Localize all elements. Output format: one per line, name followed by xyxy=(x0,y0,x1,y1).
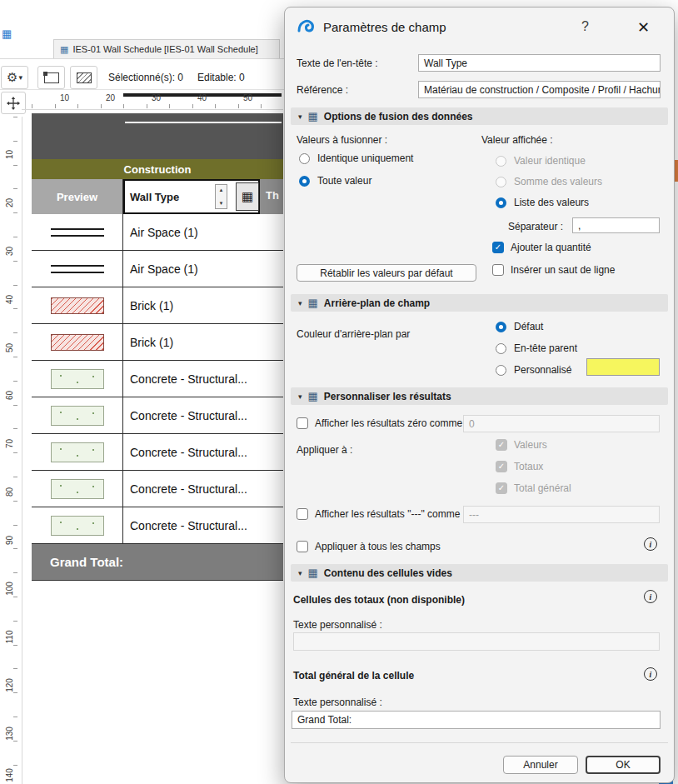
preview-column-header[interactable]: Preview xyxy=(32,179,123,214)
help-button[interactable]: ? xyxy=(581,19,589,34)
grand-total-label: Grand Total: xyxy=(32,555,123,569)
radio-label-parent-header[interactable]: En-tête parent xyxy=(514,342,577,354)
section-field-background[interactable]: ▾ ▦ Arrière-plan de champ xyxy=(291,294,668,312)
separator-input[interactable]: , xyxy=(572,217,660,233)
navigator-grid-icon[interactable]: ▦ xyxy=(2,27,12,40)
checkbox-label-dash-results[interactable]: Afficher les résultats "---" comme : xyxy=(315,508,466,520)
spinner-down-icon[interactable]: ▼ xyxy=(219,201,224,206)
vruler-ticks xyxy=(13,117,17,784)
checkbox-label-apply-all-fields[interactable]: Appliquer à tous les champs xyxy=(315,541,441,552)
collapse-icon[interactable]: ▾ xyxy=(298,392,302,401)
info-glyph: i xyxy=(650,540,652,549)
preview-cell xyxy=(32,507,123,543)
schedule-row[interactable]: Air Space (1) xyxy=(32,214,283,251)
radio-label-list-of-values[interactable]: Liste des valeurs xyxy=(514,197,589,208)
brick-swatch xyxy=(51,297,104,314)
next-column-label: Th xyxy=(266,189,279,202)
pan-tool-button[interactable] xyxy=(1,92,26,114)
construction-group-header[interactable]: Construction xyxy=(32,159,283,179)
preview-header-label: Preview xyxy=(57,191,97,203)
checkbox-insert-line-break[interactable] xyxy=(492,264,504,276)
totals-cells-label: Cellules des totaux (non disponible) xyxy=(293,594,465,606)
section-title: Arrière-plan de champ xyxy=(324,297,430,309)
schedule-row[interactable]: Concrete - Structural... xyxy=(32,507,283,544)
schedule-row[interactable]: Concrete - Structural... xyxy=(32,397,283,434)
radio-label-custom[interactable]: Personnalisé xyxy=(514,364,571,376)
checkbox-label-add-quantity[interactable]: Ajouter la quantité xyxy=(511,242,591,253)
collapse-icon[interactable]: ▾ xyxy=(298,112,302,121)
spinner-up-icon[interactable]: ▲ xyxy=(219,187,224,192)
radio-label-default[interactable]: Défaut xyxy=(514,321,543,332)
radio-label-identical-only[interactable]: Identique uniquement xyxy=(317,152,413,164)
radio-identical-only[interactable] xyxy=(299,153,310,164)
checkbox-dash-results[interactable] xyxy=(297,508,308,520)
checkbox-label-zero-results[interactable]: Afficher les résultats zéro comme : xyxy=(315,417,468,429)
checkbox-label-insert-line-break[interactable]: Insérer un saut de ligne xyxy=(511,264,615,276)
tab-wall-schedule[interactable]: ▦ IES-01 Wall Schedule [IES-01 Wall Sche… xyxy=(53,39,280,58)
tabstrip-divider xyxy=(0,58,284,59)
preview-cell xyxy=(32,434,123,470)
section-customize-results[interactable]: ▾ ▦ Personnaliser les résultats xyxy=(291,387,668,405)
ok-button[interactable]: OK xyxy=(586,756,661,774)
scheme-settings-button[interactable]: ⚙ ▾ xyxy=(1,66,28,89)
schedule-row[interactable]: Air Space (1) xyxy=(32,251,283,287)
schedule-row[interactable]: Concrete - Structural... xyxy=(32,434,283,471)
hruler-num: 20 xyxy=(106,93,115,102)
vruler-num: 50 xyxy=(5,341,14,356)
collapse-icon[interactable]: ▾ xyxy=(298,569,302,577)
checkbox-apply-all-fields[interactable] xyxy=(297,541,308,552)
next-column-header[interactable]: Th xyxy=(260,179,283,214)
concrete-swatch xyxy=(51,442,104,462)
grand-total-text-input[interactable]: Grand Total: xyxy=(292,711,661,729)
radio-default[interactable] xyxy=(496,322,506,332)
wall-type-cell: Concrete - Structural... xyxy=(123,471,283,507)
checkbox-label-apply-grand-total: Total général xyxy=(514,482,571,494)
preview-cell xyxy=(32,287,123,323)
wall-type-cell: Air Space (1) xyxy=(123,251,283,287)
custom-text-input xyxy=(293,632,660,651)
schedule-row[interactable]: Concrete - Structural... xyxy=(32,361,283,397)
field-background-icon: ▦ xyxy=(308,297,318,308)
section-merge-options[interactable]: ▾ ▦ Options de fusion des données xyxy=(291,107,668,125)
checkbox-add-quantity[interactable]: ✓ xyxy=(492,242,504,253)
info-glyph: i xyxy=(650,592,652,602)
select-items-button[interactable] xyxy=(37,66,65,89)
header-text-input[interactable]: Wall Type xyxy=(418,54,661,72)
empty-cells-icon: ▦ xyxy=(308,567,318,578)
checkbox-zero-results[interactable] xyxy=(297,417,308,429)
info-icon[interactable]: i xyxy=(644,537,657,551)
collapse-icon[interactable]: ▾ xyxy=(298,299,302,307)
radio-any-value[interactable] xyxy=(299,176,310,187)
section-empty-cells[interactable]: ▾ ▦ Contenu des cellules vides xyxy=(291,564,668,582)
reset-defaults-button[interactable]: Rétablir les valeurs par défaut xyxy=(297,264,476,282)
marquee-hatch-icon xyxy=(77,72,92,83)
select-criteria-button[interactable] xyxy=(70,66,97,89)
close-button[interactable]: ✕ xyxy=(637,18,650,37)
radio-custom[interactable] xyxy=(496,365,506,376)
displayed-value-label: Valeur affichée : xyxy=(481,134,553,146)
schedule-row[interactable]: Brick (1) xyxy=(32,324,283,361)
background-color-label: Couleur d'arrière-plan par xyxy=(297,328,410,340)
hruler-num: 40 xyxy=(197,93,207,102)
grand-total-row[interactable]: Grand Total: xyxy=(32,544,283,581)
custom-color-swatch[interactable] xyxy=(586,358,660,376)
radio-parent-header[interactable] xyxy=(496,343,506,354)
reference-input[interactable]: Matériau de construction / Composite / P… xyxy=(418,81,661,98)
header-text-value: Wall Type xyxy=(424,57,467,69)
vruler-num: 60 xyxy=(5,388,14,403)
grand-total-text-label: Texte personnalisé : xyxy=(293,697,382,708)
wall-type-header-label: Wall Type xyxy=(125,191,179,203)
vruler-num: 70 xyxy=(5,437,14,452)
check-icon: ✓ xyxy=(495,243,501,252)
preview-cell xyxy=(32,251,123,287)
info-icon[interactable]: i xyxy=(644,590,657,603)
wall-type-cell: Brick (1) xyxy=(123,324,283,360)
cancel-button[interactable]: Annuler xyxy=(503,756,578,774)
radio-list-of-values[interactable] xyxy=(496,197,506,208)
info-icon[interactable]: i xyxy=(644,667,657,681)
radio-label-any-value[interactable]: Toute valeur xyxy=(317,175,371,187)
schedule-row[interactable]: Brick (1) xyxy=(32,287,283,324)
schedule-row[interactable]: Concrete - Structural... xyxy=(32,471,283,507)
column-options-button[interactable]: ▦ xyxy=(236,182,259,211)
column-sort-spinner[interactable]: ▲ ▼ xyxy=(215,184,227,209)
